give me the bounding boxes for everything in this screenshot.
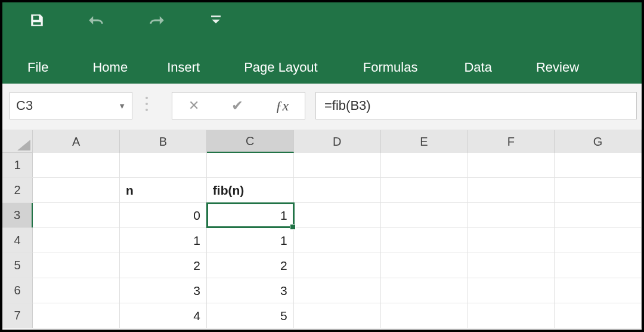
col-header-E[interactable]: E	[381, 130, 468, 153]
cell-D3[interactable]	[294, 203, 381, 228]
cell-B6[interactable]: 3	[120, 278, 207, 303]
col-header-C[interactable]: C	[207, 130, 294, 153]
tab-insert[interactable]: Insert	[167, 60, 200, 75]
cell-D6[interactable]	[294, 278, 381, 303]
tab-formulas[interactable]: Formulas	[363, 60, 418, 75]
enter-icon[interactable]: ✔	[231, 97, 243, 114]
cell-G6[interactable]	[555, 278, 642, 303]
row-header-1[interactable]: 1	[2, 153, 33, 177]
cell-A5[interactable]	[33, 253, 120, 278]
cell-A3[interactable]	[33, 203, 120, 228]
cell-E7[interactable]	[381, 303, 468, 328]
row-header-5[interactable]: 5	[2, 253, 33, 278]
tab-page-layout[interactable]: Page Layout	[244, 60, 318, 75]
svg-rect-1	[211, 16, 221, 17]
cell-C7[interactable]: 5	[207, 303, 294, 328]
fx-icon[interactable]: ƒx	[275, 98, 289, 114]
split-handle[interactable]	[145, 97, 148, 111]
cell-C3[interactable]: 1	[207, 203, 294, 228]
cell-C1[interactable]	[207, 153, 294, 177]
cell-B1[interactable]	[120, 153, 207, 177]
col-header-D[interactable]: D	[294, 130, 381, 153]
cell-E3[interactable]	[381, 203, 468, 228]
cell-B5[interactable]: 2	[120, 253, 207, 278]
cell-F1[interactable]	[467, 153, 555, 177]
cell-F5[interactable]	[467, 253, 555, 278]
cell-A1[interactable]	[33, 153, 120, 177]
formula-bar-area: C3 ▼ ✕ ✔ ƒx =fib(B3)	[2, 84, 642, 130]
cancel-icon[interactable]: ✕	[188, 98, 199, 113]
cell-E1[interactable]	[381, 153, 468, 177]
cell-E2[interactable]	[381, 178, 468, 202]
tab-review[interactable]: Review	[536, 60, 579, 75]
excel-window: File Home Insert Page Layout Formulas Da…	[0, 0, 644, 332]
row-header-2[interactable]: 2	[2, 178, 33, 202]
save-icon[interactable]	[29, 12, 45, 29]
table-row: 522	[2, 253, 642, 278]
cell-G2[interactable]	[555, 178, 642, 202]
customize-qat-icon[interactable]	[208, 12, 224, 29]
redo-icon[interactable]	[148, 12, 165, 29]
formula-controls: ✕ ✔ ƒx	[172, 92, 305, 119]
cell-E5[interactable]	[381, 253, 468, 278]
row-header-3[interactable]: 3	[2, 203, 33, 228]
undo-icon[interactable]	[88, 12, 105, 29]
cell-D7[interactable]	[294, 303, 381, 328]
cell-C5[interactable]: 2	[207, 253, 294, 278]
cell-G4[interactable]	[555, 228, 642, 253]
table-row: 1	[2, 153, 642, 178]
cell-C4[interactable]: 1	[207, 228, 294, 253]
cell-D4[interactable]	[294, 228, 381, 253]
cell-C6[interactable]: 3	[207, 278, 294, 303]
tab-home[interactable]: Home	[92, 60, 128, 75]
cell-E6[interactable]	[381, 278, 468, 303]
cell-A2[interactable]	[33, 178, 120, 202]
name-box[interactable]: C3 ▼	[10, 92, 132, 119]
cell-D1[interactable]	[294, 153, 381, 177]
formula-text: =fib(B3)	[324, 98, 371, 113]
cell-G3[interactable]	[555, 203, 642, 228]
chevron-down-icon[interactable]: ▼	[118, 102, 126, 110]
tab-file[interactable]: File	[27, 60, 48, 75]
cell-B7[interactable]: 4	[120, 303, 207, 328]
col-header-B[interactable]: B	[120, 130, 207, 153]
table-row: 633	[2, 278, 642, 303]
table-row: 2nfib(n)	[2, 178, 642, 203]
quick-access-toolbar	[29, 12, 224, 29]
cell-F2[interactable]	[467, 178, 555, 202]
ribbon-tabs: File Home Insert Page Layout Formulas Da…	[27, 60, 579, 75]
row-header-6[interactable]: 6	[2, 278, 33, 303]
tab-data[interactable]: Data	[464, 60, 491, 75]
rows: 12nfib(n)301411522633745	[2, 153, 642, 328]
select-all-corner[interactable]	[2, 130, 33, 153]
cell-B4[interactable]: 1	[120, 228, 207, 253]
cell-D2[interactable]	[294, 178, 381, 202]
column-headers: A B C D E F G	[2, 130, 642, 153]
cell-G5[interactable]	[555, 253, 642, 278]
cell-G7[interactable]	[555, 303, 642, 328]
worksheet[interactable]: A B C D E F G 12nfib(n)301411522633745	[2, 130, 642, 328]
formula-input[interactable]: =fib(B3)	[315, 92, 637, 119]
cell-D5[interactable]	[294, 253, 381, 278]
col-header-A[interactable]: A	[33, 130, 120, 153]
fill-handle[interactable]	[290, 224, 296, 230]
cell-F3[interactable]	[467, 203, 555, 228]
cell-A6[interactable]	[33, 278, 120, 303]
cell-B3[interactable]: 0	[120, 203, 207, 228]
cell-F6[interactable]	[467, 278, 555, 303]
cell-E4[interactable]	[381, 228, 468, 253]
row-header-4[interactable]: 4	[2, 228, 33, 253]
cell-C2[interactable]: fib(n)	[207, 178, 294, 202]
name-box-value: C3	[16, 98, 33, 113]
col-header-F[interactable]: F	[467, 130, 555, 153]
cell-A7[interactable]	[33, 303, 120, 328]
cell-G1[interactable]	[555, 153, 642, 177]
col-header-G[interactable]: G	[555, 130, 642, 153]
table-row: 301	[2, 203, 642, 228]
cell-F4[interactable]	[467, 228, 555, 253]
svg-rect-0	[36, 16, 38, 19]
row-header-7[interactable]: 7	[2, 303, 33, 328]
cell-F7[interactable]	[467, 303, 555, 328]
cell-B2[interactable]: n	[120, 178, 207, 202]
cell-A4[interactable]	[33, 228, 120, 253]
